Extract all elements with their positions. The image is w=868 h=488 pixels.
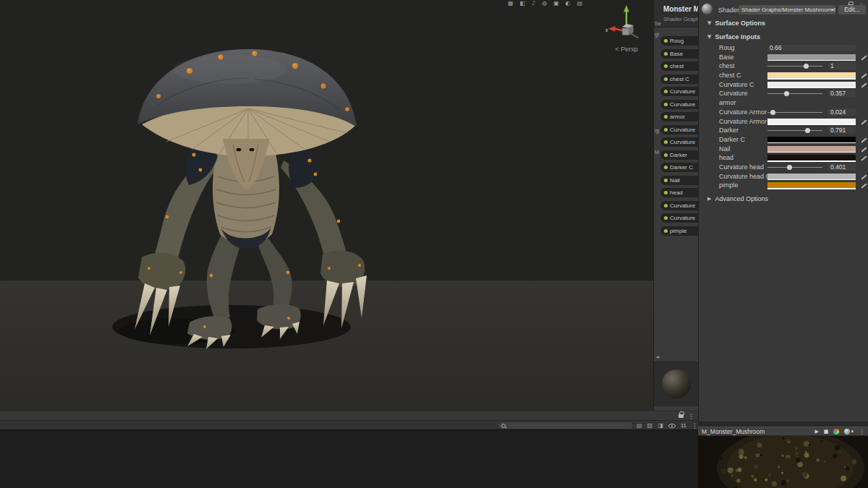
- clipped-text-fragment: Se: [655, 20, 661, 27]
- scene-view[interactable]: ▦◧♪◍▣◐▤ x < Persp: [0, 0, 653, 411]
- inspector-row: Curvature head0.401: [699, 163, 868, 172]
- surface-options-foldout[interactable]: ▼ Surface Options: [707, 20, 765, 27]
- property-label: Darker C: [719, 135, 745, 145]
- blackboard-property-pill[interactable]: Curvature: [660, 137, 698, 147]
- color-swatch[interactable]: [767, 119, 856, 124]
- color-picker-icon[interactable]: [861, 82, 867, 87]
- panel-tab-strip: ⋮: [0, 411, 698, 420]
- blackboard-property-pill[interactable]: pimple: [660, 226, 698, 236]
- mushroom-monster-model[interactable]: [0, 0, 653, 411]
- color-swatch[interactable]: [767, 155, 856, 160]
- blackboard-property-pill[interactable]: armor: [660, 112, 698, 121]
- blackboard-property-pill[interactable]: head: [660, 188, 698, 197]
- property-pill-label: chest C: [670, 76, 689, 82]
- blackboard-title: Monster Mu: [663, 5, 698, 13]
- blackboard-property-pill[interactable]: Base: [660, 49, 698, 59]
- inspector-row: Curvature0.357: [699, 89, 868, 98]
- slider-thumb-icon[interactable]: [770, 110, 775, 115]
- property-slider[interactable]: [767, 127, 822, 134]
- blackboard-property-pill[interactable]: Nail: [660, 176, 698, 185]
- edit-shader-button[interactable]: Edit...: [838, 5, 866, 14]
- scene-toolbar-icon[interactable]: ▦: [508, 0, 514, 7]
- property-dot-icon: [664, 140, 668, 144]
- toolbar-icon[interactable]: ◨: [658, 422, 663, 429]
- scene-toolbar-icon[interactable]: ◧: [520, 0, 526, 7]
- advanced-options-foldout[interactable]: ▶ Advanced Options: [707, 195, 768, 202]
- kebab-menu-icon[interactable]: ⋮: [859, 428, 865, 435]
- scroll-left-arrow-icon[interactable]: ◄: [655, 354, 659, 361]
- blackboard-property-pill[interactable]: chest: [660, 61, 698, 71]
- property-label: Curvature C: [719, 80, 754, 90]
- kebab-menu-icon[interactable]: ⋮: [688, 413, 694, 420]
- color-picker-icon[interactable]: [861, 137, 867, 142]
- blackboard-property-pill[interactable]: Roug: [660, 36, 698, 46]
- graph-main-preview[interactable]: [654, 361, 698, 406]
- property-slider[interactable]: [767, 90, 822, 97]
- color-swatch[interactable]: [767, 72, 856, 78]
- scene-toolbar-icon[interactable]: ▣: [553, 0, 559, 7]
- kebab-menu-icon[interactable]: ⋮: [692, 422, 698, 429]
- color-picker-icon[interactable]: [861, 155, 867, 160]
- play-icon[interactable]: ▶: [814, 428, 818, 435]
- slider-value-field[interactable]: 0.791: [828, 127, 856, 134]
- property-slider[interactable]: [767, 164, 822, 171]
- shaded-view-icon[interactable]: [833, 429, 839, 435]
- property-dot-icon: [664, 103, 668, 106]
- material-name: M_Monster_Mushroom: [702, 427, 765, 436]
- toolbar-icon[interactable]: ▤: [637, 422, 642, 429]
- property-slider[interactable]: [767, 109, 822, 116]
- project-panel-empty-area: [0, 429, 698, 488]
- property-dot-icon: [664, 179, 668, 182]
- blackboard-property-pill[interactable]: Curvature: [660, 125, 698, 134]
- blackboard-property-pill[interactable]: chest C: [660, 74, 698, 84]
- slider-thumb-icon[interactable]: [787, 165, 792, 170]
- property-pill-label: Nail: [670, 177, 680, 184]
- scene-toolbar-icon[interactable]: ◍: [542, 0, 547, 7]
- color-picker-icon[interactable]: [861, 55, 867, 60]
- projection-mode-label[interactable]: < Persp: [600, 46, 652, 53]
- scene-toolbar: ▦◧♪◍▣◐▤: [508, 0, 582, 7]
- material-preview-header[interactable]: M_Monster_Mushroom ▶ ■ ▾ ⋮: [698, 427, 868, 436]
- search-field[interactable]: [498, 421, 634, 429]
- color-picker-icon[interactable]: [861, 147, 867, 152]
- color-picker-icon[interactable]: [861, 73, 867, 78]
- stop-icon[interactable]: ■: [824, 428, 829, 435]
- preview-shape-selector[interactable]: ▾: [844, 428, 854, 435]
- scene-toolbar-icon[interactable]: ◐: [566, 0, 571, 7]
- color-swatch[interactable]: [767, 54, 856, 60]
- color-picker-icon[interactable]: [861, 174, 867, 179]
- blackboard-property-pill[interactable]: Darker: [660, 150, 698, 160]
- property-slider[interactable]: [767, 63, 822, 69]
- color-picker-icon[interactable]: [861, 119, 867, 124]
- color-swatch[interactable]: [767, 146, 856, 152]
- blackboard-property-pill[interactable]: Curvature: [660, 100, 698, 109]
- view-orientation-gizmo[interactable]: x: [605, 3, 648, 46]
- slider-thumb-icon[interactable]: [804, 64, 809, 69]
- slider-value-field[interactable]: 1: [828, 62, 856, 69]
- slider-thumb-icon[interactable]: [805, 128, 810, 133]
- slider-value-field[interactable]: 0.357: [828, 90, 856, 97]
- color-swatch[interactable]: [767, 82, 856, 87]
- search-input[interactable]: [508, 422, 633, 429]
- property-dot-icon: [664, 128, 668, 132]
- slider-thumb-icon[interactable]: [784, 91, 789, 96]
- color-swatch[interactable]: [767, 174, 856, 179]
- color-swatch[interactable]: [767, 182, 856, 188]
- visibility-eye-icon[interactable]: [668, 424, 676, 428]
- toolbar-icon[interactable]: ▨: [647, 422, 653, 429]
- slider-value-field[interactable]: 0.401: [828, 163, 856, 171]
- float-field[interactable]: 0.66: [767, 45, 856, 51]
- surface-inputs-foldout[interactable]: ▼ Surface Inputs: [707, 33, 760, 40]
- blackboard-property-pill[interactable]: Curvature: [660, 201, 698, 210]
- material-preview-viewport[interactable]: [698, 436, 868, 488]
- scene-toolbar-icon[interactable]: ♪: [532, 0, 535, 7]
- blackboard-property-pill[interactable]: Curvature: [660, 87, 698, 96]
- slider-value-field[interactable]: 0.024: [828, 108, 856, 116]
- color-swatch[interactable]: [767, 137, 856, 142]
- blackboard-property-pill[interactable]: Darker C: [660, 163, 698, 172]
- color-picker-icon[interactable]: [861, 183, 867, 188]
- lock-icon[interactable]: [678, 414, 684, 418]
- shader-dropdown[interactable]: Shader Graphs/Monster Mushroom S ▾: [739, 5, 835, 14]
- blackboard-property-pill[interactable]: Curvature: [660, 213, 698, 223]
- scene-toolbar-icon[interactable]: ▤: [577, 0, 583, 7]
